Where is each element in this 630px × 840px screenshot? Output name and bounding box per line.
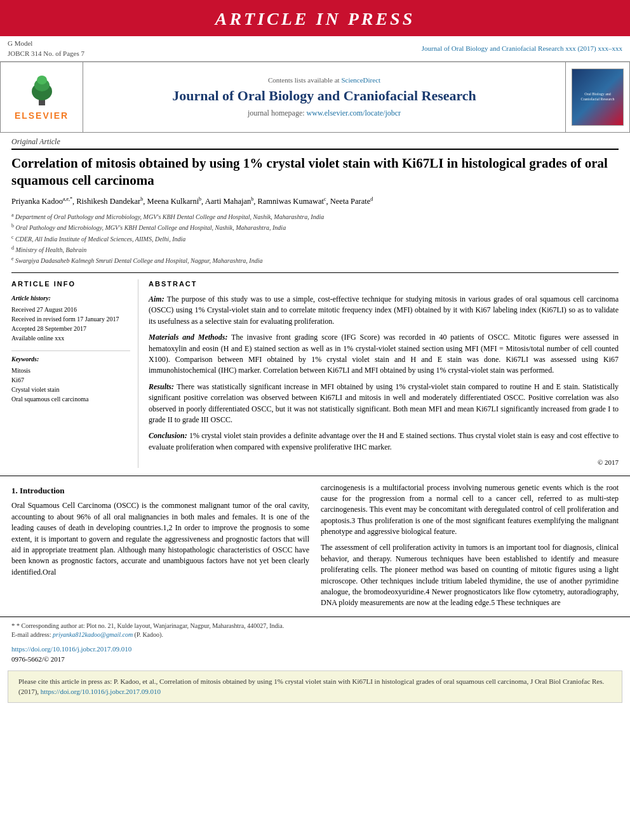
article-type-label: Original Article [11, 137, 619, 150]
svg-point-3 [37, 76, 47, 84]
section-divider [0, 476, 630, 476]
journal-cover-image: Oral Biology andCraniofacial Research [572, 69, 624, 126]
right-para-1: carcinogenesis is a multifactorial proce… [321, 483, 619, 538]
citation-bar: Please cite this article in press as: P.… [8, 670, 622, 703]
issn-line: 0976-5662/© 2017 [11, 655, 65, 663]
abstract-heading: ABSTRACT [149, 279, 619, 289]
abstract-panel: ABSTRACT Aim: The purpose of this study … [149, 279, 619, 468]
elsevier-tree-icon [23, 72, 61, 107]
sciencedirect-link[interactable]: ScienceDirect [341, 76, 380, 84]
journal-name-area: Contents lists available at ScienceDirec… [83, 62, 566, 132]
article-info-heading: ARTICLE INFO [11, 279, 130, 289]
journal-header: ELSEVIER Contents lists available at Sci… [0, 62, 630, 133]
doi-link[interactable]: https://doi.org/10.1016/j.jobcr.2017.09.… [11, 645, 131, 653]
main-content-area: 1. Introduction Oral Squamous Cell Carci… [0, 483, 630, 614]
keywords-heading: Keywords: [11, 355, 130, 364]
affiliations-list: a Department of Oral Pathology and Micro… [11, 211, 619, 266]
keywords-section: Keywords: Mitosis Ki67 Crystal violet st… [11, 350, 130, 404]
email-line: E-mail address: priyanka812kadoo@gmail.c… [11, 630, 619, 639]
abstract-conclusion: Conclusion: 1% crystal violet stain prov… [149, 430, 619, 453]
revised-date: Received in revised form 17 January 2017 [11, 315, 130, 324]
article-info-abstract-section: ARTICLE INFO Article history: Received 2… [11, 272, 619, 468]
footnote-area: * * Corresponding author at: Plot no. 21… [0, 617, 630, 642]
available-online: Available online xxx [11, 334, 130, 343]
history-heading: Article history: [11, 294, 130, 303]
received-date: Received 27 August 2016 [11, 305, 130, 314]
article-info-panel: ARTICLE INFO Article history: Received 2… [11, 279, 138, 468]
intro-heading: 1. Introduction [11, 485, 309, 497]
accepted-date: Accepted 28 September 2017 [11, 324, 130, 333]
journal-doi-meta: Journal of Oral Biology and Craniofacial… [422, 44, 622, 53]
main-left-column: 1. Introduction Oral Squamous Cell Carci… [11, 483, 309, 614]
abstract-aim: Aim: The purpose of this study was to us… [149, 294, 619, 327]
elsevier-wordmark: ELSEVIER [15, 110, 69, 123]
abstract-methods: Materials and Methods: The invasive fron… [149, 332, 619, 377]
keyword-4: Oral squamous cell carcinoma [11, 395, 130, 404]
article-title: Correlation of mitosis obtained by using… [11, 155, 619, 190]
journal-cover-area: Oral Biology andCraniofacial Research [566, 62, 629, 132]
keyword-1: Mitosis [11, 366, 130, 375]
elsevier-logo-area: ELSEVIER [1, 62, 83, 132]
right-para-2: The assessment of cell proliferation act… [321, 542, 619, 608]
keyword-3: Crystal violet stain [11, 385, 130, 394]
corresponding-author-note: * * Corresponding author at: Plot no. 21… [11, 621, 619, 630]
journal-homepage-line: journal homepage: www.elsevier.com/locat… [248, 108, 401, 119]
doi-section: https://doi.org/10.1016/j.jobcr.2017.09.… [0, 642, 630, 667]
contents-available-line: Contents lists available at ScienceDirec… [268, 76, 380, 85]
abstract-results: Results: There was statistically signifi… [149, 382, 619, 426]
citation-doi-link[interactable]: https://doi.org/10.1016/j.jobcr.2017.09.… [41, 688, 161, 695]
journal-doi-link[interactable]: Journal of Oral Biology and Craniofacial… [422, 44, 622, 52]
copyright-notice: © 2017 [149, 458, 619, 467]
keyword-2: Ki67 [11, 376, 130, 385]
intro-para-1: Oral Squamous Cell Carcinoma (OSCC) is t… [11, 500, 309, 578]
article-body: Original Article Correlation of mitosis … [0, 137, 630, 468]
main-right-column: carcinogenesis is a multifactorial proce… [321, 483, 619, 614]
authors-line: Priyanka Kadooa,e,*, Rishikesh Dandekarb… [11, 196, 619, 208]
article-in-press-banner: ARTICLE IN PRESS [0, 0, 630, 36]
top-meta-bar: G Model JOBCR 314 No. of Pages 7 Journal… [0, 36, 630, 62]
g-model-label: G Model JOBCR 314 No. of Pages 7 [8, 39, 84, 58]
journal-homepage-link[interactable]: www.elsevier.com/locate/jobcr [307, 109, 401, 117]
author-email-link[interactable]: priyanka812kadoo@gmail.com [53, 631, 133, 638]
journal-title: Journal of Oral Biology and Craniofacial… [172, 88, 476, 104]
